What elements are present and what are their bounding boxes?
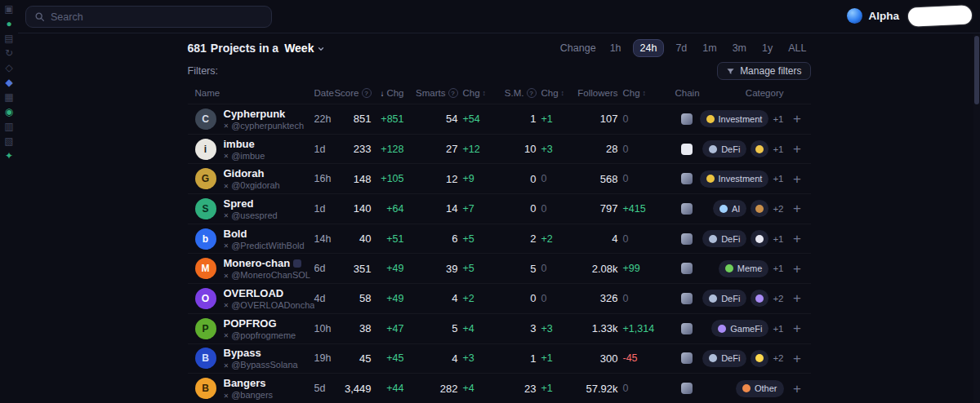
column-header-followers-change[interactable]: Chg↕ xyxy=(618,88,675,98)
search-input[interactable] xyxy=(51,11,263,23)
add-to-watchlist-button[interactable]: + xyxy=(790,290,804,307)
period-dropdown[interactable]: Week xyxy=(283,42,325,55)
alpha-label: Alpha xyxy=(868,10,899,22)
category-pill[interactable]: Investment xyxy=(700,110,769,127)
category-pill[interactable]: DeFi xyxy=(702,350,746,367)
category-pill-secondary[interactable] xyxy=(751,290,768,307)
help-icon[interactable]: ? xyxy=(448,88,458,98)
scrollbar-thumb[interactable] xyxy=(974,36,979,104)
table-row[interactable]: S Spred @usespred 1d 140 +64 14 +7 0 0 7… xyxy=(188,193,811,224)
chain-icon xyxy=(681,203,693,215)
rail-icon[interactable]: ✦ xyxy=(5,151,13,161)
project-handle[interactable]: @cypherpunktech xyxy=(224,121,305,131)
rail-icon[interactable]: ◇ xyxy=(5,63,12,73)
category-pill[interactable]: AI xyxy=(713,200,746,217)
project-name[interactable]: Spred xyxy=(224,197,254,210)
add-to-watchlist-button[interactable]: + xyxy=(790,380,804,397)
project-name[interactable]: Bypass xyxy=(224,347,261,359)
alpha-badge[interactable]: Alpha xyxy=(847,8,899,24)
scrollbar[interactable] xyxy=(973,34,980,403)
column-header-score-change[interactable]: ↓Chg xyxy=(372,88,404,98)
column-header-followers[interactable]: Followers xyxy=(580,88,618,98)
rail-icon[interactable]: ▦ xyxy=(4,92,13,102)
category-pill[interactable]: DeFi xyxy=(702,230,746,247)
help-icon[interactable]: ? xyxy=(362,88,372,98)
x-icon xyxy=(224,121,229,130)
project-handle[interactable]: @usespred xyxy=(224,210,278,220)
rail-icon[interactable]: ● xyxy=(6,19,11,29)
project-name[interactable]: POPFROG xyxy=(224,317,277,330)
project-name[interactable]: Bold xyxy=(224,228,247,240)
project-handle[interactable]: @MoneroChanSOL xyxy=(224,270,310,280)
category-pill-secondary[interactable] xyxy=(751,140,768,157)
add-to-watchlist-button[interactable]: + xyxy=(790,170,804,188)
project-handle[interactable]: @imbue xyxy=(224,151,265,161)
category-pill[interactable]: DeFi xyxy=(702,140,746,157)
rail-icon[interactable]: ◉ xyxy=(5,107,13,117)
manage-filters-button[interactable]: Manage filters xyxy=(717,62,810,80)
add-to-watchlist-button[interactable]: + xyxy=(790,350,804,367)
category-pill-secondary[interactable] xyxy=(751,200,768,217)
date-cell: 19h xyxy=(314,352,344,364)
project-name[interactable]: Monero-chan xyxy=(224,257,291,269)
range-1h[interactable]: 1h xyxy=(606,40,626,57)
add-to-watchlist-button[interactable]: + xyxy=(790,110,804,127)
range-all[interactable]: ALL xyxy=(784,40,810,57)
date-cell: 5d xyxy=(314,383,344,394)
table-row[interactable]: B Bangers @bangers 5d 3,449 +44 282 +4 2… xyxy=(188,373,811,403)
category-pill[interactable]: GameFi xyxy=(711,320,768,337)
table-row[interactable]: P POPFROG @popfrogmeme 10h 38 +47 5 +4 3… xyxy=(188,313,811,343)
rail-icon[interactable]: ▣ xyxy=(4,4,13,14)
project-name[interactable]: OVERLOAD xyxy=(224,287,284,299)
project-handle[interactable]: @0xgidorah xyxy=(224,180,280,190)
column-header-sm[interactable]: S.M.? xyxy=(502,88,537,98)
project-handle[interactable]: @OVERLOADonchain xyxy=(224,300,314,310)
table-row[interactable]: B Bypass @BypassSolana 19h 45 +45 4 +3 1… xyxy=(188,343,811,374)
column-header-score[interactable]: Score? xyxy=(344,88,372,98)
add-to-watchlist-button[interactable]: + xyxy=(790,140,804,157)
project-name[interactable]: Bangers xyxy=(224,377,266,389)
range-1y[interactable]: 1y xyxy=(758,40,777,57)
project-name[interactable]: Cypherpunk xyxy=(224,108,286,120)
table-row[interactable]: i imbue @imbue 1d 233 +128 27 +12 10 +3 … xyxy=(188,134,811,164)
rail-icon[interactable]: ◆ xyxy=(5,78,12,87)
rail-icon[interactable]: ↻ xyxy=(5,48,13,58)
table-row[interactable]: O OVERLOAD @OVERLOADonchain 4d 58 +49 4 … xyxy=(188,283,811,313)
add-to-watchlist-button[interactable]: + xyxy=(790,320,804,337)
column-header-smarts[interactable]: Smarts? xyxy=(404,88,458,98)
score-cell: 851 xyxy=(344,113,372,125)
column-header-sm-change[interactable]: Chg↕ xyxy=(537,88,580,98)
category-pill[interactable]: DeFi xyxy=(702,290,746,307)
category-pill[interactable]: Other xyxy=(736,380,784,397)
rail-icon[interactable]: ▤ xyxy=(4,33,13,43)
project-name[interactable]: Gidorah xyxy=(224,167,265,179)
rail-icon[interactable]: ▧ xyxy=(4,136,13,146)
category-overflow-count: +2 xyxy=(773,353,783,363)
project-handle[interactable]: @BypassSolana xyxy=(224,360,298,370)
range-1m[interactable]: 1m xyxy=(698,40,720,57)
add-to-watchlist-button[interactable]: + xyxy=(790,260,804,277)
category-pill[interactable]: Investment xyxy=(700,170,769,188)
range-3m[interactable]: 3m xyxy=(728,40,751,57)
column-header-smarts-change[interactable]: Chg↕ xyxy=(458,88,502,98)
search-box[interactable] xyxy=(25,6,272,28)
rail-icon[interactable]: ▥ xyxy=(4,122,13,131)
category-pill-secondary[interactable] xyxy=(751,350,768,367)
add-to-watchlist-button[interactable]: + xyxy=(790,200,804,217)
table-row[interactable]: b Bold @PredictWithBold 14h 40 +51 6 +5 … xyxy=(188,224,811,254)
category-pill-secondary[interactable] xyxy=(751,230,768,247)
followers-change-cell: 0 xyxy=(618,113,675,125)
project-handle[interactable]: @bangers xyxy=(224,390,274,400)
project-handle[interactable]: @PredictWithBold xyxy=(224,241,305,250)
help-icon[interactable]: ? xyxy=(527,88,537,98)
range-7d[interactable]: 7d xyxy=(671,40,691,57)
category-icon xyxy=(755,145,764,153)
table-row[interactable]: M Monero-chan @MoneroChanSOL 6d 351 +49 … xyxy=(188,253,811,283)
project-handle[interactable]: @popfrogmeme xyxy=(224,330,296,340)
category-pill[interactable]: Meme xyxy=(719,260,769,277)
table-row[interactable]: G Gidorah @0xgidorah 16h 148 +105 12 +9 … xyxy=(188,163,811,193)
table-row[interactable]: C Cypherpunk @cypherpunktech 22h 851 +85… xyxy=(188,104,811,134)
range-24h[interactable]: 24h xyxy=(633,39,665,58)
add-to-watchlist-button[interactable]: + xyxy=(790,230,804,247)
project-name[interactable]: imbue xyxy=(224,138,255,150)
